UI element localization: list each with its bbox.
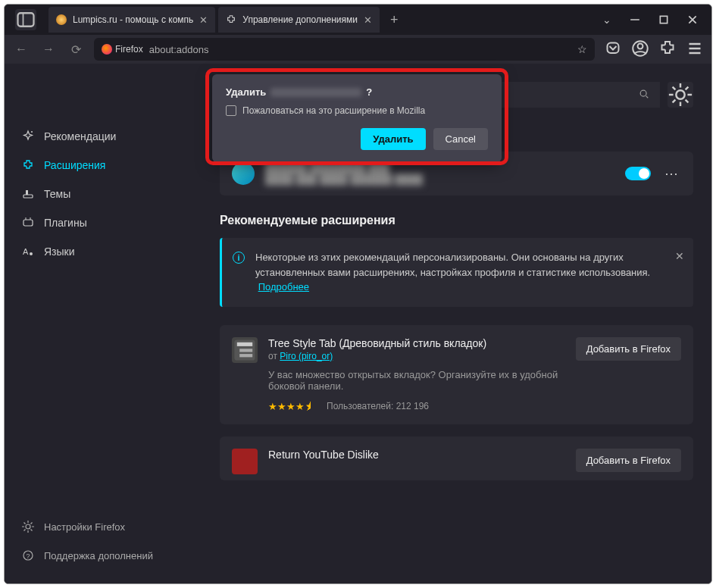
extension-icon [232, 162, 255, 185]
dialog-title: Удалить ? [226, 86, 488, 98]
extensions-icon[interactable] [658, 39, 677, 60]
svg-point-7 [638, 43, 643, 48]
rec-description: У вас множество открытых вкладок? Органи… [268, 369, 565, 392]
dialog-cancel-button[interactable]: Cancel [433, 128, 488, 150]
tabstrip: Lumpics.ru - помощь с компь ✕ Управление… [48, 5, 593, 35]
pocket-icon[interactable] [604, 39, 622, 60]
rec-author-link[interactable]: Piro (piro_or) [280, 351, 333, 361]
sidebar-item-label: Рекомендации [44, 130, 116, 142]
svg-point-23 [640, 90, 646, 96]
sidebar-item-label: Языки [44, 246, 75, 258]
close-icon[interactable]: ✕ [364, 14, 372, 26]
rec-title: Return YouTube Dislike [268, 449, 565, 461]
svg-rect-29 [239, 354, 252, 357]
addons-icon [226, 14, 236, 25]
svg-line-24 [646, 95, 649, 98]
nav-toolbar: ← → ⟳ Firefox about:addons ☆ [5, 35, 711, 64]
sidebar-item-label: Поддержка дополнений [44, 550, 153, 561]
svg-rect-14 [26, 190, 28, 195]
svg-text:?: ? [27, 552, 30, 560]
sidebar-item-plugins[interactable]: Плагины [12, 210, 194, 236]
recommended-heading: Рекомендуемые расширения [220, 214, 693, 227]
favicon-icon [56, 14, 67, 25]
rec-author: от Piro (piro_or) [268, 351, 565, 361]
checkbox[interactable] [226, 105, 236, 116]
sidebar-toggle-icon[interactable] [15, 9, 36, 30]
back-button[interactable]: ← [12, 40, 30, 58]
extension-menu-button[interactable]: ⋯ [661, 165, 681, 182]
minimize-button[interactable] [630, 14, 640, 25]
sidebar: Рекомендации Расширения Темы Плагины A Я… [5, 64, 202, 583]
dialog-ext-name-blurred [270, 88, 361, 97]
tab-addons[interactable]: Управление дополнениями ✕ [218, 7, 380, 33]
plugin-icon [21, 216, 35, 230]
language-icon: A [21, 245, 35, 258]
sidebar-item-languages[interactable]: A Языки [12, 239, 194, 264]
firefox-icon [102, 44, 112, 55]
help-icon: ? [21, 549, 35, 562]
svg-point-19 [30, 252, 33, 255]
extension-toggle[interactable] [625, 167, 651, 180]
sidebar-item-support[interactable]: ? Поддержка дополнений [12, 543, 194, 568]
svg-rect-0 [18, 13, 34, 27]
svg-rect-13 [23, 195, 33, 198]
close-button[interactable] [687, 14, 698, 25]
sidebar-item-label: Расширения [44, 159, 105, 171]
tab-label: Управление дополнениями [242, 14, 358, 25]
sidebar-item-themes[interactable]: Темы [12, 181, 194, 207]
extension-meta-blurred: ██████ ████████ ███████ ███ ████ ██████ … [265, 162, 614, 185]
dialog-remove-button[interactable]: Удалить [361, 128, 425, 150]
svg-rect-28 [239, 349, 252, 352]
puzzle-icon [21, 158, 35, 172]
rec-title: Tree Style Tab (Древовидный стиль вкладо… [268, 337, 565, 349]
window-controls: ⌄ [593, 14, 707, 26]
sidebar-item-extensions[interactable]: Расширения [12, 152, 194, 178]
rec-users: Пользователей: 212 196 [327, 401, 429, 411]
url-bar[interactable]: Firefox about:addons ☆ [94, 38, 595, 61]
tree-style-tab-icon [232, 337, 258, 363]
chevron-down-icon[interactable]: ⌄ [602, 14, 611, 26]
add-to-firefox-button[interactable]: Добавить в Firefox [576, 449, 681, 472]
titlebar: Lumpics.ru - помощь с компь ✕ Управление… [5, 5, 711, 35]
recommendation-card: Return YouTube Dislike Добавить в Firefo… [220, 436, 693, 480]
search-icon [639, 89, 649, 102]
sparkle-icon [21, 130, 35, 143]
checkbox-label: Пожаловаться на это расширение в Mozilla [242, 105, 425, 116]
brush-icon [21, 187, 35, 201]
account-icon[interactable] [631, 39, 649, 60]
sidebar-item-recommendations[interactable]: Рекомендации [12, 124, 194, 149]
report-checkbox-row[interactable]: Пожаловаться на это расширение в Mozilla [226, 105, 488, 116]
tab-label: Lumpics.ru - помощь с компь [73, 14, 193, 25]
recommendation-card: Tree Style Tab (Древовидный стиль вкладо… [220, 325, 693, 424]
new-tab-button[interactable]: + [383, 12, 406, 28]
svg-point-12 [31, 131, 33, 133]
addons-settings-button[interactable] [668, 82, 693, 108]
close-icon[interactable]: ✕ [675, 249, 684, 264]
bookmark-star-icon[interactable]: ☆ [577, 43, 587, 55]
forward-button[interactable]: → [39, 40, 58, 58]
svg-text:A: A [23, 247, 29, 256]
svg-point-25 [676, 90, 684, 99]
remove-extension-dialog: Удалить ? Пожаловаться на это расширение… [212, 74, 502, 162]
add-to-firefox-button[interactable]: Добавить в Firefox [576, 337, 681, 361]
info-icon: i [233, 252, 245, 264]
svg-rect-6 [608, 42, 619, 53]
banner-text: Некоторые из этих рекомендаций персонали… [255, 252, 650, 278]
rec-rating: ★★★★⯨ [268, 401, 314, 412]
browser-window: Lumpics.ru - помощь с компь ✕ Управление… [4, 4, 712, 584]
maximize-button[interactable] [658, 14, 669, 25]
sidebar-item-settings[interactable]: Настройки Firefox [12, 514, 194, 540]
firefox-badge: Firefox [102, 44, 143, 55]
url-text: about:addons [149, 44, 209, 55]
sidebar-item-label: Плагины [44, 217, 87, 229]
reload-button[interactable]: ⟳ [67, 40, 85, 58]
tab-lumpics[interactable]: Lumpics.ru - помощь с компь ✕ [48, 7, 215, 33]
sidebar-item-label: Настройки Firefox [44, 521, 125, 533]
banner-link[interactable]: Подробнее [258, 281, 309, 292]
gear-icon [21, 520, 35, 533]
svg-point-20 [26, 524, 30, 529]
sidebar-item-label: Темы [44, 188, 70, 200]
svg-rect-27 [237, 342, 252, 346]
menu-button[interactable] [686, 39, 704, 60]
close-icon[interactable]: ✕ [199, 14, 208, 26]
